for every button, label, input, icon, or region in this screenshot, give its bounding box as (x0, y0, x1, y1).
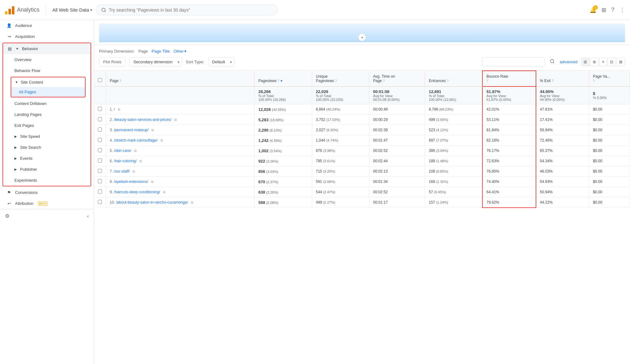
col-header-avg-time[interactable]: Avg. Time onPage ? (369, 71, 425, 86)
copy-icon[interactable]: ⧉ (139, 159, 142, 163)
sidebar-item-site-content[interactable]: ▼ Site Content (11, 77, 85, 87)
notification-button[interactable]: 🔔 1 (590, 7, 596, 13)
table-search-button[interactable] (549, 58, 556, 66)
col-header-pageviews[interactable]: Pageviews ? ▾ (255, 71, 312, 86)
more-button[interactable]: ⋮ (619, 7, 625, 13)
select-all-checkbox[interactable] (98, 78, 102, 82)
page-link[interactable]: /eyelash-extensions/ (114, 179, 148, 184)
col-header-unique-pageviews[interactable]: UniquePageviews ? (312, 71, 369, 86)
primary-dim-other[interactable]: Other ▾ (174, 49, 187, 54)
sidebar-item-content-drilldown[interactable]: Content Drilldown (3, 98, 91, 109)
row-checkbox[interactable] (94, 177, 106, 187)
sidebar-item-conversions[interactable]: ⚑ Conversions (0, 187, 94, 198)
row-checkbox[interactable] (94, 125, 106, 135)
page-link[interactable]: /skin-care/ (114, 148, 131, 153)
row-select-checkbox[interactable] (98, 107, 102, 111)
sidebar-item-behavior[interactable]: ▤ ▼ Behavior (3, 43, 91, 54)
row-select-checkbox[interactable] (98, 169, 102, 173)
row-select-checkbox[interactable] (98, 190, 102, 194)
collapse-sidebar-button[interactable]: ‹ (87, 213, 89, 219)
row-select-checkbox[interactable] (98, 200, 102, 204)
page-link[interactable]: /about-beauty-salon-in-rancho-cucamonga/ (116, 200, 188, 205)
plus-view-button[interactable]: ⊕ (590, 58, 599, 66)
col-header-page[interactable]: Page ? (106, 71, 255, 86)
chart-expand-button[interactable]: ▾ (358, 34, 366, 41)
sidebar-item-site-search[interactable]: ▶ Site Search (3, 142, 91, 153)
row-checkbox[interactable] (94, 135, 106, 146)
secondary-dimension-select[interactable]: Secondary dimension (129, 57, 182, 66)
sidebar-item-attribution[interactable]: ↩ Attribution BETA (0, 198, 94, 209)
sidebar-item-experiments[interactable]: Experiments (3, 175, 91, 186)
row-checkbox[interactable] (94, 187, 106, 197)
col-header-bounce-rate[interactable]: Bounce Rate? (482, 71, 536, 86)
copy-icon[interactable]: ⧉ (118, 107, 120, 111)
sidebar-item-acquisition[interactable]: ⇝ Acquisition (0, 31, 94, 42)
copy-icon[interactable]: ⧉ (151, 180, 154, 184)
list-view-button[interactable]: ≡ (599, 58, 607, 66)
sidebar-item-exit-pages[interactable]: Exit Pages (3, 120, 91, 131)
sidebar-item-behavior-flow[interactable]: Behavior Flow (3, 65, 91, 76)
grid-view-button[interactable]: ⊞ (581, 58, 590, 66)
row-checkbox[interactable] (94, 115, 106, 125)
row-select-checkbox[interactable] (98, 148, 102, 152)
col-header-pct-exit[interactable]: % Exit ? (536, 71, 589, 86)
copy-icon[interactable]: ⧉ (191, 200, 193, 204)
sidebar-item-site-speed[interactable]: ▶ Site Speed (3, 131, 91, 142)
analytics-logo (5, 6, 14, 14)
primary-dim-page[interactable]: Page (138, 49, 148, 54)
row-page-value: $0.00 (589, 104, 630, 115)
row-select-checkbox[interactable] (98, 179, 102, 183)
col-header-page-value[interactable]: Page Va...? (589, 71, 630, 86)
property-selector[interactable]: All Web Site Data ▾ (52, 7, 92, 13)
copy-icon[interactable]: ⧉ (134, 149, 137, 153)
page-link[interactable]: /beauty-salon-services-and-prices/ (114, 117, 171, 122)
sort-type-select[interactable]: Default (208, 57, 234, 66)
settings-button[interactable]: ⚙ (5, 213, 9, 219)
table-row: 2. /beauty-salon-services-and-prices/ ⧉ … (94, 115, 630, 125)
grid-button[interactable]: ⊞ (601, 7, 606, 13)
row-avg-time: 00:02:39 (369, 125, 425, 135)
row-bounce-rate: 42.01% (482, 104, 536, 115)
row-checkbox[interactable] (94, 197, 106, 208)
page-link[interactable]: /stretch-mark-camouflage/ (114, 138, 157, 143)
row-number: 7. (110, 169, 113, 174)
plot-rows-button[interactable]: Plot Rows (99, 57, 126, 66)
row-select-checkbox[interactable] (98, 117, 102, 121)
sidebar-item-landing-pages[interactable]: Landing Pages (3, 109, 91, 120)
page-link[interactable]: / (114, 107, 115, 112)
copy-icon[interactable]: ⧉ (163, 190, 165, 194)
row-checkbox[interactable] (94, 156, 106, 166)
row-checkbox[interactable] (94, 166, 106, 177)
sidebar-item-all-pages[interactable]: All Pages (11, 87, 85, 97)
table-search-input[interactable] (482, 57, 545, 66)
row-entrances: 386 (3.04%) (425, 146, 483, 156)
copy-icon[interactable]: ⧉ (160, 138, 163, 142)
primary-dim-page-title[interactable]: Page Title (152, 49, 170, 54)
col-header-entrances[interactable]: Entrances ? (425, 71, 483, 86)
sidebar-item-audience[interactable]: 👤 Audience (0, 20, 94, 31)
page-link[interactable]: /permanent-makeup/ (114, 128, 149, 132)
sidebar-label-site-search: Site Search (20, 145, 41, 150)
row-page-value: $0.00 (589, 197, 630, 208)
help-button[interactable]: ? (611, 7, 614, 13)
custom-view-button[interactable]: ⊟ (607, 58, 616, 66)
search-input[interactable] (109, 8, 272, 13)
page-link[interactable]: /haircuts-deep-conditioning/ (114, 190, 160, 194)
row-select-checkbox[interactable] (98, 138, 102, 142)
row-select-checkbox[interactable] (98, 159, 102, 163)
sidebar-item-events[interactable]: ▶ Events (3, 153, 91, 164)
copy-icon[interactable]: ⧉ (174, 118, 177, 122)
advanced-link[interactable]: advanced (560, 60, 577, 64)
global-search-bar[interactable] (96, 5, 278, 15)
sidebar-item-publisher[interactable]: ▶ Publisher (3, 164, 91, 175)
sidebar-item-overview[interactable]: Overview (3, 54, 91, 65)
view-icons: ⊞ ⊕ ≡ ⊟ ⊠ (581, 58, 625, 66)
row-checkbox[interactable] (94, 104, 106, 115)
copy-icon[interactable]: ⧉ (133, 169, 135, 173)
page-link[interactable]: /hair-coloring/ (114, 159, 137, 163)
page-link[interactable]: /our-staff/ (114, 169, 129, 174)
row-select-checkbox[interactable] (98, 127, 102, 132)
pivot-view-button[interactable]: ⊠ (617, 58, 625, 66)
copy-icon[interactable]: ⧉ (151, 128, 154, 132)
row-checkbox[interactable] (94, 146, 106, 156)
